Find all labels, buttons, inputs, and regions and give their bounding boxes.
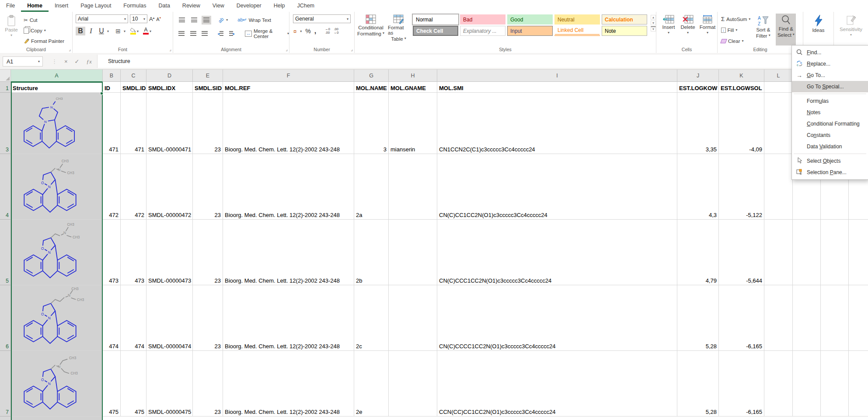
column-header-A[interactable]: A	[11, 70, 103, 82]
tab-page-layout[interactable]: Page Layout	[74, 0, 117, 12]
find-select-button[interactable]: Find &Select▾	[776, 14, 796, 46]
cell[interactable]: SMDL-00000472	[146, 154, 193, 220]
formula-drag-handle[interactable]: ⋮	[52, 58, 57, 65]
font-color-button[interactable]: A	[143, 28, 149, 35]
formula-input[interactable]: Structure	[97, 55, 868, 68]
align-middle-button[interactable]	[189, 16, 199, 24]
cell[interactable]: 2a	[354, 154, 389, 220]
cell[interactable]: 2c	[354, 285, 389, 351]
column-header-H[interactable]: H	[389, 70, 437, 82]
style-bad[interactable]: Bad	[460, 14, 505, 24]
cell[interactable]: SMDL-00000474	[146, 285, 193, 351]
tab-home[interactable]: Home	[21, 0, 49, 12]
column-header-F[interactable]: F	[223, 70, 354, 82]
cell[interactable]: 471	[121, 93, 146, 154]
cell[interactable]: CN(C)CC1CC2N(O1)c3ccccc3Cc4ccccc24	[437, 154, 677, 220]
column-header-L[interactable]: L	[764, 70, 793, 82]
cell[interactable]	[764, 93, 793, 154]
cell[interactable]: 472	[121, 154, 146, 220]
ideas-button[interactable]: Ideas	[803, 12, 833, 33]
row-header-1[interactable]: 1	[0, 82, 11, 93]
clipboard-dialog-launcher[interactable]: ⌟	[69, 47, 71, 52]
row-header-7[interactable]: 7	[0, 351, 11, 416]
cell[interactable]: -4,09	[719, 93, 764, 154]
cell[interactable]: 2b	[354, 220, 389, 285]
decrease-indent-button[interactable]: ◂	[216, 29, 225, 38]
delete-cells-button[interactable]: Delete▾	[679, 14, 697, 35]
row-header-3[interactable]: 3	[0, 93, 11, 154]
cell[interactable]: mianserin	[389, 93, 437, 154]
format-cells-button[interactable]: Format▾	[698, 14, 717, 35]
align-left-button[interactable]	[177, 29, 186, 38]
structure-cell-2e[interactable]: N O N CH3 CH3	[11, 351, 103, 416]
percent-style-button[interactable]: %	[305, 28, 310, 35]
insert-function-icon[interactable]: ƒx	[87, 58, 92, 65]
fill-color-button[interactable]	[130, 28, 136, 35]
cell-B1[interactable]: ID	[103, 82, 121, 93]
underline-button[interactable]: U	[97, 27, 106, 35]
underline-chevron[interactable]: ▾	[107, 29, 109, 33]
tab-help[interactable]: Help	[268, 0, 291, 12]
cell[interactable]	[764, 220, 793, 285]
cell[interactable]	[764, 154, 793, 220]
menu-item-conditional-formatting[interactable]: Conditional Formatting	[792, 118, 868, 130]
cell[interactable]: 23	[193, 93, 223, 154]
cell-E1[interactable]: SMDL.SID	[193, 82, 223, 93]
align-top-button[interactable]	[177, 16, 187, 24]
copy-button[interactable]: Copy▾	[24, 26, 64, 35]
cell[interactable]: CN1CCN2C(C1)c3ccccc3Cc4ccccc24	[437, 93, 677, 154]
row-header-4[interactable]: 4	[0, 154, 11, 220]
format-as-table-button[interactable]: Format asTable▾	[388, 13, 409, 42]
cell[interactable]: 5,28	[677, 285, 719, 351]
tab-formulas[interactable]: Formulas	[117, 0, 152, 12]
font-color-chevron[interactable]: ▾	[150, 29, 151, 33]
font-size-combo[interactable]: 10▾	[130, 14, 147, 23]
menu-item-replace[interactable]: bc Replace...	[792, 58, 868, 70]
cell[interactable]: 475	[121, 351, 146, 416]
style-explanatory[interactable]: Explanatory ...	[460, 26, 505, 36]
cell[interactable]	[849, 351, 868, 416]
menu-item-go-to[interactable]: → Go To...	[792, 70, 868, 81]
cell[interactable]: 473	[103, 220, 121, 285]
structure-cell-2a[interactable]: N O N CH3 CH3	[11, 154, 103, 220]
cell[interactable]: SMDL-00000475	[146, 351, 193, 416]
decrease-decimal-button[interactable]: .00→0	[334, 28, 339, 35]
cell[interactable]	[764, 285, 793, 351]
cut-button[interactable]: ✂Cut	[24, 15, 64, 24]
cell[interactable]: 23	[193, 220, 223, 285]
cell[interactable]	[793, 220, 821, 285]
cell[interactable]: 23	[193, 351, 223, 416]
font-dialog-launcher[interactable]: ⌟	[169, 47, 171, 52]
comma-style-button[interactable]: ,	[314, 27, 316, 35]
cell[interactable]: 4,3	[677, 154, 719, 220]
cell[interactable]: 23	[193, 285, 223, 351]
autosum-button[interactable]: ΣAutoSum▾	[721, 14, 750, 24]
tab-review[interactable]: Review	[176, 0, 206, 12]
menu-item-selection-pane[interactable]: Selection Pane...	[792, 167, 868, 178]
increase-decimal-button[interactable]: ←0.00	[325, 28, 330, 35]
cell[interactable]: -6,165	[719, 285, 764, 351]
borders-button[interactable]: ⊞	[113, 27, 123, 35]
orientation-chevron[interactable]: ▾	[226, 18, 228, 22]
cell-F1[interactable]: MOL.REF	[223, 82, 354, 93]
accounting-format-button[interactable]: ¤	[293, 28, 296, 35]
cell[interactable]: Bioorg. Med. Chem. Lett. 12(2)-2002 243-…	[223, 220, 354, 285]
cell[interactable]	[389, 154, 437, 220]
align-bottom-button[interactable]	[202, 16, 211, 24]
cell[interactable]	[821, 285, 849, 351]
orientation-button[interactable]: ab	[217, 16, 225, 24]
cell[interactable]: CCN(CC)CC1CC2N(O1)c3ccccc3Cc4ccccc24	[437, 351, 677, 416]
name-box[interactable]: A1▾	[3, 56, 43, 66]
cell[interactable]: 473	[121, 220, 146, 285]
insert-cells-button[interactable]: Insert▾	[660, 14, 677, 35]
menu-item-find[interactable]: Find...	[792, 47, 868, 58]
cell[interactable]: SMDL-00000471	[146, 93, 193, 154]
menu-item-constants[interactable]: Constants	[792, 130, 868, 141]
menu-item-go-to-special[interactable]: Go To Special...	[792, 81, 868, 92]
tab-view[interactable]: View	[206, 0, 230, 12]
bold-button[interactable]: B	[76, 27, 85, 35]
tab-data[interactable]: Data	[152, 0, 176, 12]
clear-button[interactable]: Clear▾	[721, 36, 750, 46]
cell[interactable]: 474	[103, 285, 121, 351]
structure-cell-mianserin[interactable]: N N CH3	[11, 93, 103, 154]
